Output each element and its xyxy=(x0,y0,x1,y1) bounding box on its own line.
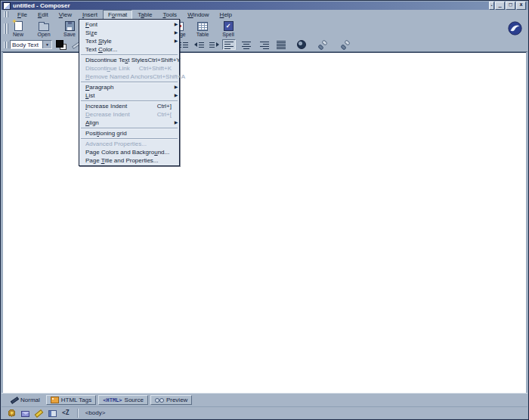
menu-item-label: Discontinue Link xyxy=(85,64,139,73)
tab-normal[interactable]: Normal xyxy=(7,395,44,405)
mail-icon[interactable] xyxy=(21,411,29,417)
menu-item-label: Page Title and Properties... xyxy=(85,156,172,165)
indent-button[interactable] xyxy=(207,39,221,50)
format-menu-item-paragraph[interactable]: Paragraph▶ xyxy=(79,83,179,91)
open-button[interactable]: Open xyxy=(32,20,56,38)
minimize-button[interactable]: _ xyxy=(495,2,505,10)
chat-icon[interactable] xyxy=(62,409,70,417)
menu-window[interactable]: Window xyxy=(182,10,214,20)
menu-insert[interactable]: Insert xyxy=(77,10,103,20)
format-menu-item-discontinue-text-styles[interactable]: Discontinue Text StylesCtrl+Shift+Y xyxy=(79,56,179,64)
submenu-arrow-icon: ▶ xyxy=(173,91,179,100)
spell-button[interactable]: Spell xyxy=(216,20,240,38)
menu-table[interactable]: Table xyxy=(132,10,157,20)
menu-help[interactable]: Help xyxy=(215,10,237,20)
table-button-label: Table xyxy=(196,32,209,37)
grid2-icon xyxy=(341,41,350,49)
table-button[interactable]: Table xyxy=(190,20,215,38)
paragraph-style-select[interactable]: Body Text ▼ xyxy=(10,40,52,49)
window-title: untitled - Composer xyxy=(13,2,486,9)
grid2-button[interactable] xyxy=(339,39,352,50)
submenu-arrow-icon: ▶ xyxy=(173,20,179,29)
format-menu-item-font[interactable]: Font▶ xyxy=(79,20,179,29)
addressbook-icon[interactable] xyxy=(48,410,57,417)
menu-item-label: Size xyxy=(85,29,172,37)
menubar-grippy[interactable] xyxy=(4,11,6,17)
format-menu-item-page-colors-and-background[interactable]: Page Colors and Background... xyxy=(79,148,179,156)
extra-button[interactable]: . xyxy=(489,2,494,10)
navigator-icon[interactable] xyxy=(8,409,16,417)
format-menu-item-advanced-properties[interactable]: Advanced Properties... xyxy=(79,140,179,148)
menu-item-label: Advanced Properties... xyxy=(85,140,172,148)
menu-view[interactable]: View xyxy=(54,10,77,20)
menu-edit[interactable]: Edit xyxy=(32,10,54,20)
tab-source[interactable]: <HTML>Source xyxy=(98,395,148,405)
menu-item-shortcut: Ctrl+[ xyxy=(157,110,173,119)
statusbar: <body> xyxy=(2,406,527,418)
menubar: FileEditViewInsertFormatTableToolsWindow… xyxy=(2,10,527,19)
format-menu-item-text-color[interactable]: Text Color... xyxy=(79,45,179,54)
composer-icon[interactable] xyxy=(35,409,43,417)
format-menu-item-decrease-indent[interactable]: Decrease IndentCtrl+[ xyxy=(79,110,179,119)
grid1-button[interactable] xyxy=(316,39,329,50)
menu-tools[interactable]: Tools xyxy=(157,10,182,20)
align-left-button[interactable] xyxy=(222,39,236,50)
layer-icon xyxy=(297,40,306,49)
format-menu-item-page-title-and-properties[interactable]: Page Title and Properties... xyxy=(79,156,179,165)
align-left-icon xyxy=(224,41,234,49)
menu-item-label: Positioning grid xyxy=(85,129,172,137)
format-menu-item-list[interactable]: List▶ xyxy=(79,91,179,100)
window-controls: ._□x xyxy=(488,2,526,10)
table-icon xyxy=(197,22,208,31)
format-menu-item-discontinue-link[interactable]: Discontinue LinkCtrl+Shift+K xyxy=(79,64,179,73)
justify-button[interactable] xyxy=(274,39,288,50)
format-menu-item-size[interactable]: Size▶ xyxy=(79,29,179,37)
save-icon xyxy=(65,21,75,31)
align-center-button[interactable] xyxy=(240,39,253,50)
align-right-button[interactable] xyxy=(257,39,271,50)
pen-icon xyxy=(11,397,18,403)
format-menu-item-align[interactable]: Align▶ xyxy=(79,119,179,127)
menu-item-shortcut: Ctrl+Shift+K xyxy=(139,64,173,73)
menu-format[interactable]: Format xyxy=(103,10,132,20)
tab-preview[interactable]: Preview xyxy=(150,395,192,405)
new-button[interactable]: New xyxy=(6,20,30,38)
format-menu-item-positioning-grid[interactable]: Positioning grid xyxy=(79,129,179,137)
tag-icon xyxy=(51,397,59,403)
menubar-items: FileEditViewInsertFormatTableToolsWindow… xyxy=(12,10,237,20)
new-button-label: New xyxy=(13,32,23,37)
format-menu-dropdown: Font▶Size▶Text Style▶Text Color...Discon… xyxy=(79,19,180,166)
menu-item-label: Page Colors and Background... xyxy=(85,148,172,156)
submenu-arrow-icon: ▶ xyxy=(173,119,179,127)
menu-item-label: List xyxy=(85,91,172,100)
new-icon xyxy=(14,21,23,31)
foreground-color-swatch[interactable] xyxy=(56,40,63,48)
format-menu-item-remove-named-anchors[interactable]: Remove Named AnchorsCtrl+Shift+A xyxy=(79,73,179,81)
layer-button[interactable] xyxy=(295,39,308,50)
text-color-picker[interactable] xyxy=(56,40,67,50)
format-toolbar-grippy[interactable] xyxy=(4,42,6,48)
maximize-button[interactable]: □ xyxy=(506,2,515,10)
open-button-label: Open xyxy=(37,32,50,37)
menu-item-label: Text Style xyxy=(85,37,172,45)
format-menu-item-increase-indent[interactable]: Increase IndentCtrl+] xyxy=(79,102,179,110)
element-path: <body> xyxy=(82,409,106,416)
html-source-prefix: <HTML> xyxy=(103,397,122,403)
submenu-arrow-icon: ▶ xyxy=(173,29,179,37)
menu-item-label: Increase Indent xyxy=(85,102,157,110)
composer-doc-icon xyxy=(3,2,11,10)
list-icon xyxy=(179,41,189,49)
grid1-icon xyxy=(318,41,327,49)
justify-icon xyxy=(277,41,286,49)
outdent-button[interactable] xyxy=(192,39,206,50)
menu-file[interactable]: File xyxy=(12,10,32,20)
titlebar[interactable]: untitled - Composer ._□x xyxy=(2,2,527,10)
chevron-down-icon[interactable]: ▼ xyxy=(42,41,51,48)
tab-label: Source xyxy=(125,397,144,403)
close-button[interactable]: x xyxy=(516,2,526,10)
mozilla-logo-icon[interactable] xyxy=(508,21,522,36)
menu-item-shortcut: Ctrl+] xyxy=(157,102,173,110)
submenu-arrow-icon: ▶ xyxy=(173,37,179,45)
format-menu-item-text-style[interactable]: Text Style▶ xyxy=(79,37,179,45)
tab-html-tags[interactable]: HTML Tags xyxy=(46,395,96,405)
